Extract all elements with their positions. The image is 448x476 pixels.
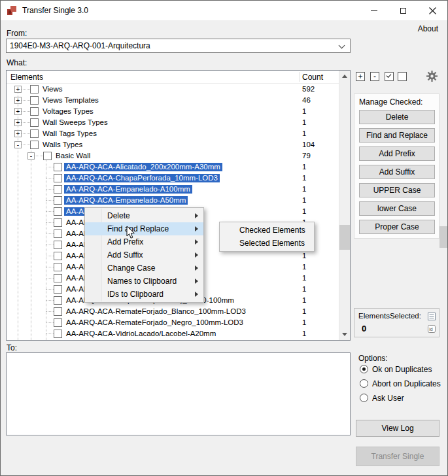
row-checkbox[interactable] <box>54 207 62 216</box>
row-checkbox[interactable] <box>30 85 39 94</box>
tree-row-label: AA-ARQ-ACA-VidrioLacado/Lacobel-A20mm <box>64 330 218 338</box>
tree-row-label: Basic Wall <box>54 152 92 160</box>
radio-label: Abort on Duplicates <box>372 379 441 388</box>
about-link[interactable]: About <box>418 24 438 33</box>
svg-text:id: id <box>429 327 433 332</box>
expand-icon[interactable]: + <box>14 86 22 93</box>
minimize-button[interactable] <box>359 1 388 20</box>
manage-delete-button[interactable]: Delete <box>359 110 435 124</box>
names-list-icon[interactable] <box>427 312 436 321</box>
context-menu-item[interactable]: Delete <box>85 209 203 222</box>
row-checkbox[interactable] <box>54 274 62 282</box>
scroll-up-icon[interactable] <box>339 71 350 82</box>
manage-checked-label: Manage Checked: <box>359 97 422 107</box>
to-list[interactable] <box>6 352 351 435</box>
tree-row[interactable]: -Walls Types104 <box>7 139 339 150</box>
elements-selected-box: ElementsSelected: 0 id <box>354 308 439 337</box>
radio-abort-on-duplicates[interactable]: Abort on Duplicates <box>360 379 441 388</box>
add-button[interactable]: + <box>356 72 365 81</box>
tree-row[interactable]: AA-ARQ-ACA-Empanelado-A50mm1 <box>7 195 339 206</box>
row-checkbox[interactable] <box>54 296 62 305</box>
row-checkbox[interactable] <box>30 107 39 116</box>
row-checkbox[interactable] <box>54 218 62 227</box>
context-menu-item[interactable]: Add Prefix <box>85 235 203 248</box>
tree-row-label: Views <box>41 85 64 94</box>
tree-row[interactable]: +Wall Tags Types1 <box>7 128 339 139</box>
remove-button[interactable]: - <box>370 72 379 81</box>
row-checkbox[interactable] <box>54 330 62 338</box>
tree-row[interactable]: +Voltages Types1 <box>7 106 339 117</box>
uncheck-all-button[interactable] <box>398 72 407 81</box>
tree-connector <box>46 233 54 234</box>
row-checkbox[interactable] <box>54 230 62 238</box>
row-checkbox[interactable] <box>54 174 62 182</box>
settings-button[interactable] <box>426 70 438 82</box>
tree-row[interactable]: AA-ARQ-ACA-Empanelado-A100mm1 <box>7 184 339 195</box>
expand-icon[interactable]: + <box>14 97 22 104</box>
close-button[interactable] <box>418 1 447 20</box>
transfer-single-window: Transfer Single 3.0 About From: 1904E0-M… <box>0 0 448 476</box>
row-checkbox[interactable] <box>54 241 62 249</box>
tree-scrollbar-thumb[interactable] <box>339 225 350 250</box>
collapse-icon[interactable]: - <box>27 152 35 160</box>
tree-row[interactable]: AA-ARQ-ACA-ChapaPerforada_10mm-LOD31 <box>7 173 339 184</box>
manage-lower-case-button[interactable]: lower Case <box>359 201 435 216</box>
row-checkbox[interactable] <box>43 152 52 160</box>
tree-row[interactable]: +Views Templates46 <box>7 95 339 106</box>
manage-find-and-replace-button[interactable]: Find and Replace <box>359 128 435 143</box>
row-checkbox[interactable] <box>54 163 62 171</box>
check-all-button[interactable] <box>385 72 394 81</box>
row-checkbox[interactable] <box>54 185 62 194</box>
context-menu-item[interactable]: Find and Replace <box>85 222 203 235</box>
collapse-icon[interactable]: - <box>14 141 22 148</box>
tree-row-label: Wall Sweeps Types <box>41 118 110 127</box>
context-menu-item[interactable]: Add Suffix <box>85 248 203 262</box>
row-checkbox[interactable] <box>54 252 62 260</box>
row-count: 1 <box>302 252 306 260</box>
tree-connector <box>22 144 30 145</box>
tree-row-label: Wall Tags Types <box>41 129 99 138</box>
row-checkbox[interactable] <box>30 141 39 149</box>
submenu-item[interactable]: Checked Elements <box>220 224 314 237</box>
scroll-down-icon[interactable] <box>339 329 350 340</box>
row-checkbox[interactable] <box>54 285 62 294</box>
from-dropdown[interactable]: 1904E0-M3-ARQ-ARQ-001-Arquitectura <box>6 39 351 53</box>
radio-ok-on-duplicates[interactable]: Ok on Duplicates <box>360 364 432 374</box>
tree-row[interactable]: +Wall Sweeps Types1 <box>7 117 339 128</box>
tree-row[interactable]: -Basic Wall79 <box>7 150 339 162</box>
tree-row[interactable]: AA-ARQ-ACA-RemateForjado_Negro_100mm-LOD… <box>7 317 339 328</box>
view-log-button[interactable]: View Log <box>356 420 439 437</box>
panel-scrollbar-thumb[interactable] <box>439 226 448 248</box>
radio-ask-user[interactable]: Ask User <box>360 393 404 403</box>
expand-icon[interactable]: + <box>14 119 22 126</box>
tree-connector <box>46 267 54 267</box>
tree-scrollbar[interactable] <box>339 71 350 340</box>
expand-icon[interactable]: + <box>14 108 22 115</box>
radio-label: Ask User <box>372 394 404 403</box>
manage-proper-case-button[interactable]: Proper Case <box>359 220 435 234</box>
manage-add-suffix-button[interactable]: Add Suffix <box>359 165 435 179</box>
submenu-arrow-icon <box>195 239 198 245</box>
row-checkbox[interactable] <box>54 307 62 316</box>
tree-row[interactable]: +Views592 <box>7 84 339 95</box>
row-checkbox[interactable] <box>30 129 39 138</box>
maximize-button[interactable] <box>388 1 418 20</box>
submenu-item[interactable]: Selected Elements <box>220 237 314 250</box>
tree-row[interactable]: AA-ARQ-ACA-VidrioLacado/Lacobel-A20mm1 <box>7 328 339 339</box>
expand-icon[interactable]: + <box>14 130 22 137</box>
tree-row[interactable]: AA-ARQ-ACA-Alicatado_200x200mm-A30mm1 <box>7 162 339 173</box>
manage-upper-case-button[interactable]: UPPER Case <box>359 183 435 197</box>
row-checkbox[interactable] <box>30 118 39 127</box>
row-checkbox[interactable] <box>30 96 39 105</box>
tree-row[interactable]: AA-ARQ-ACA-RemateForjado_Blanco_100mm-LO… <box>7 306 339 317</box>
row-checkbox[interactable] <box>54 318 62 327</box>
row-checkbox[interactable] <box>54 263 62 271</box>
context-menu-item[interactable]: IDs to Clipboard <box>85 288 203 301</box>
context-menu-item[interactable]: Change Case <box>85 262 203 275</box>
manage-add-prefix-button[interactable]: Add Prefix <box>359 146 435 161</box>
elements-selected-value: 0 <box>362 324 366 333</box>
ids-icon[interactable]: id <box>427 324 436 333</box>
app-icon <box>7 5 17 16</box>
row-checkbox[interactable] <box>54 196 62 205</box>
context-menu-item[interactable]: Names to Clipboard <box>85 275 203 288</box>
